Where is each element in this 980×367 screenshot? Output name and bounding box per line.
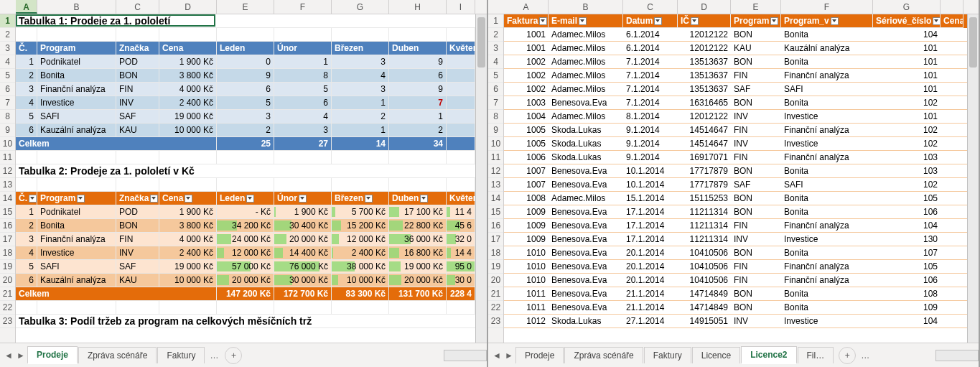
col-header-D[interactable]: D (678, 0, 731, 14)
col-header-F[interactable]: F (274, 0, 332, 14)
grid-row[interactable]: 4InvesticeINV2 400 Kč12 000 Kč14 400 Kč2… (16, 246, 487, 260)
row-header-11[interactable]: 11 (488, 151, 503, 164)
col-header-D[interactable]: D (159, 0, 217, 14)
grid-left[interactable]: Tabulka 1: Prodeje za 1. pololetíČ.Progr… (16, 14, 487, 343)
grid-row[interactable]: 4InvesticeINV2 400 Kč5617 (16, 96, 487, 110)
row-header-2[interactable]: 2 (0, 28, 15, 42)
row-header-13[interactable]: 13 (0, 178, 15, 192)
tab-nav-button[interactable]: ► (503, 348, 515, 363)
sheet-tab[interactable]: Prodeje (27, 346, 78, 364)
filter-icon[interactable] (831, 17, 839, 25)
column-headers-left[interactable]: ABCDEFGHI (0, 0, 487, 14)
filter-icon[interactable] (579, 17, 587, 25)
row-header-11[interactable]: 11 (0, 151, 15, 164)
table-row[interactable]: 1011Benesova.Eva21.1.201414714849BONBoni… (504, 287, 979, 301)
row-header-15[interactable]: 15 (0, 205, 15, 219)
grid-row[interactable] (16, 301, 487, 315)
sheet-tab[interactable]: Zpráva scénáře (564, 347, 643, 363)
row-header-6[interactable]: 6 (488, 83, 503, 96)
sheet-tab[interactable]: Zpráva scénáře (78, 347, 157, 363)
grid-row[interactable]: 3Finanční analýzaFIN4 000 Kč6539 (16, 83, 487, 96)
grid-row[interactable] (16, 28, 487, 42)
grid-row[interactable]: 6Kauzální analýzaKAU10 000 Kč20 000 Kč30… (16, 274, 487, 287)
tabs-overflow[interactable]: … (861, 350, 871, 361)
row-header-23[interactable]: 23 (488, 315, 503, 328)
row-header-10[interactable]: 10 (0, 137, 15, 151)
row-header-13[interactable]: 13 (488, 178, 503, 192)
grid-row[interactable]: Č.ProgramZnačkaCenaLedenÚnorBřezenDubenK… (16, 42, 487, 55)
row-headers-left[interactable]: 1234567891011121314151617181920212223 (0, 14, 16, 343)
sheet-tabs-left[interactable]: ◄►ProdejeZpráva scénářeFaktury…+ (0, 343, 487, 367)
grid-row[interactable]: 3Finanční analýzaFIN4 000 Kč24 000 Kč20 … (16, 233, 487, 246)
filter-icon[interactable] (654, 17, 662, 25)
row-header-18[interactable]: 18 (488, 246, 503, 260)
row-headers-right[interactable]: 1234567891011121314151617181920212223 (488, 14, 504, 343)
col-header-E[interactable]: E (731, 0, 781, 14)
col-header-B[interactable]: B (549, 0, 623, 14)
row-header-10[interactable]: 10 (488, 137, 503, 151)
col-header-C[interactable]: C (116, 0, 159, 14)
col-header-H[interactable]: H (389, 0, 447, 14)
col-header-F[interactable]: F (781, 0, 873, 14)
vertical-scrollbar[interactable] (475, 14, 487, 343)
sheet-tab[interactable]: Faktury (157, 347, 205, 363)
row-header-23[interactable]: 23 (0, 315, 15, 328)
filter-icon[interactable] (29, 195, 37, 203)
sheet-tabs-right[interactable]: ◄►ProdejeZpráva scénářeFakturyLicenceLic… (488, 343, 979, 367)
grid-row[interactable]: 2BonitaBON3 800 Kč34 200 Kč30 400 Kč15 2… (16, 219, 487, 233)
table-row[interactable]: 1004Adamec.Milos8.1.201412012122INVInves… (504, 110, 979, 124)
table-row[interactable]: 1010Benesova.Eva20.1.201410410506BONBoni… (504, 246, 979, 260)
filter-icon[interactable] (185, 195, 192, 203)
vertical-scrollbar[interactable] (967, 14, 979, 343)
sheet-tab[interactable]: Faktury (644, 347, 691, 363)
table-row[interactable]: 1003Benesova.Eva7.1.201416316465BONBonit… (504, 96, 979, 110)
col-header-G[interactable]: G (873, 0, 941, 14)
table-row[interactable]: 1007Benesova.Eva10.1.201417717879BONBoni… (504, 164, 979, 178)
col-header-C[interactable]: C (623, 0, 678, 14)
table-row[interactable]: 1012Skoda.Lukas27.1.201414915051INVInves… (504, 315, 979, 328)
table-row[interactable]: 1009Benesova.Eva17.1.201411211314INVInve… (504, 233, 979, 246)
col-header-G[interactable]: G (332, 0, 389, 14)
grid-row[interactable]: 5SAFISAF19 000 Kč3421 (16, 110, 487, 124)
row-header-21[interactable]: 21 (0, 287, 15, 301)
row-header-12[interactable]: 12 (0, 164, 15, 178)
row-header-19[interactable]: 19 (488, 260, 503, 274)
row-header-3[interactable]: 3 (488, 42, 503, 55)
row-header-8[interactable]: 8 (488, 110, 503, 124)
new-sheet-button[interactable]: + (839, 347, 856, 364)
sheet-tab[interactable]: Licence (692, 347, 740, 363)
filter-icon[interactable] (770, 17, 778, 25)
filter-icon[interactable] (539, 17, 547, 25)
col-header-E[interactable]: E (217, 0, 274, 14)
sheet-tab[interactable]: Licence2 (741, 346, 796, 364)
row-header-17[interactable]: 17 (0, 233, 15, 246)
row-header-16[interactable]: 16 (0, 219, 15, 233)
table-row[interactable]: 1010Benesova.Eva20.1.201410410506FINFina… (504, 274, 979, 287)
row-header-4[interactable]: 4 (0, 55, 15, 69)
row-header-1[interactable]: 1 (488, 14, 503, 28)
grid-row[interactable]: 1PodnikatelPOD1 900 Kč0139 (16, 55, 487, 69)
row-header-22[interactable]: 22 (488, 301, 503, 315)
grid-row[interactable]: Tabulka 1: Prodeje za 1. pololetí (16, 14, 487, 28)
horizontal-scrollbar[interactable] (444, 350, 487, 361)
table-row[interactable]: 1002Adamec.Milos7.1.201413513637BONBonit… (504, 55, 979, 69)
filter-icon[interactable] (933, 17, 941, 25)
table-row[interactable]: 1009Benesova.Eva17.1.201411211314FINFina… (504, 219, 979, 233)
grid-row[interactable] (16, 178, 487, 192)
filter-icon[interactable] (77, 195, 85, 203)
row-header-4[interactable]: 4 (488, 55, 503, 69)
grid-row[interactable]: Č.ProgramZnačkaCenaLedenÚnorBřezenDubenK… (16, 192, 487, 205)
row-header-3[interactable]: 3 (0, 42, 15, 55)
filter-icon[interactable] (246, 195, 254, 203)
row-header-5[interactable]: 5 (488, 69, 503, 83)
new-sheet-button[interactable]: + (225, 347, 242, 364)
table-row[interactable]: 1002Adamec.Milos7.1.201413513637SAFSAFI1… (504, 83, 979, 96)
tab-nav-button[interactable]: ◄ (3, 348, 14, 363)
table-row[interactable]: 1006Skoda.Lukas9.1.201416917071FINFinanč… (504, 151, 979, 164)
filter-icon[interactable] (365, 195, 373, 203)
row-header-2[interactable]: 2 (488, 28, 503, 42)
table-row[interactable]: 1009Benesova.Eva17.1.201411211314BONBoni… (504, 205, 979, 219)
row-header-8[interactable]: 8 (0, 110, 15, 124)
grid-row[interactable]: Celkem147 200 Kč172 700 Kč83 300 Kč131 7… (16, 287, 487, 301)
row-header-16[interactable]: 16 (488, 219, 503, 233)
